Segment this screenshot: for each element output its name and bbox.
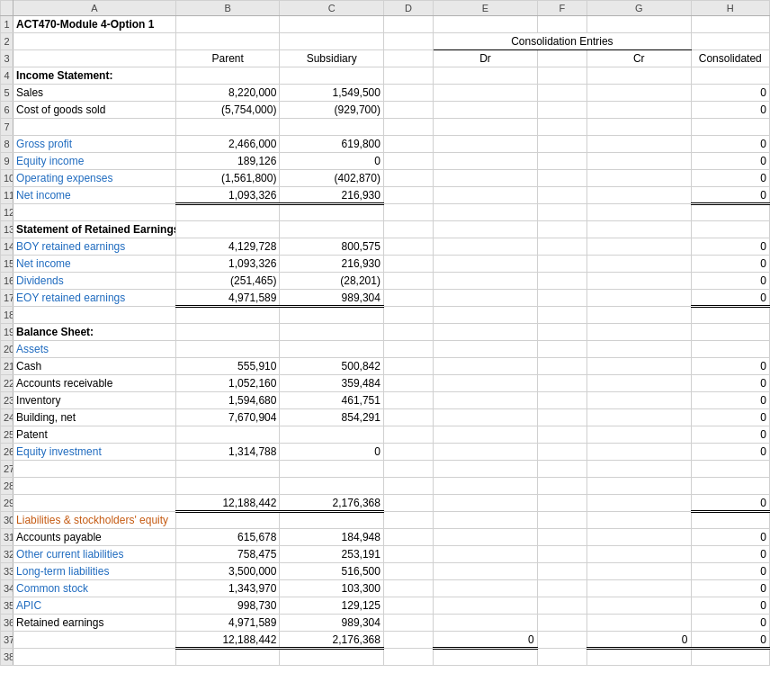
cell-d21 <box>383 358 433 375</box>
row-num-7: 7 <box>1 119 13 136</box>
cell-f9 <box>537 153 586 170</box>
cell-b24: 7,670,904 <box>175 409 280 426</box>
row-10: 10 Operating expenses (1,561,800) (402,8… <box>1 170 770 187</box>
row-8: 8 Gross profit 2,466,000 619,800 0 <box>1 136 770 153</box>
cell-g11 <box>587 187 692 204</box>
row-num-31: 31 <box>1 529 13 546</box>
cell-c29: 2,176,368 <box>280 495 384 512</box>
cell-b22: 1,052,160 <box>175 375 280 392</box>
cell-b9: 189,126 <box>175 153 280 170</box>
cell-g26 <box>587 444 692 461</box>
cell-f16 <box>537 273 586 290</box>
row-num-24: 24 <box>1 409 13 426</box>
cell-h7 <box>691 119 769 136</box>
cell-e21 <box>434 358 538 375</box>
row-num-37: 37 <box>1 632 13 649</box>
cell-b25 <box>175 426 280 444</box>
cell-g7 <box>587 119 692 136</box>
col-c-header: C <box>280 1 384 16</box>
cell-f19 <box>537 324 586 341</box>
cell-d1 <box>383 16 433 33</box>
row-num-10: 10 <box>1 170 13 187</box>
cell-e30 <box>434 512 538 529</box>
cell-f7 <box>537 119 586 136</box>
cell-g17 <box>587 290 692 307</box>
cell-g36 <box>587 615 692 632</box>
cell-h38 <box>691 649 769 666</box>
cell-g1 <box>587 16 692 33</box>
cell-c17: 989,304 <box>280 290 384 307</box>
cell-d35 <box>383 597 433 615</box>
cell-h20 <box>691 341 769 358</box>
cell-d17 <box>383 290 433 307</box>
cell-h35: 0 <box>691 597 769 615</box>
cell-d14 <box>383 238 433 256</box>
cell-d16 <box>383 273 433 290</box>
row-num-26: 26 <box>1 444 13 461</box>
cell-a29 <box>13 495 176 512</box>
cell-h25: 0 <box>691 426 769 444</box>
cell-h17: 0 <box>691 290 769 307</box>
cell-e35 <box>434 597 538 615</box>
cell-f26 <box>537 444 586 461</box>
cell-g37: 0 <box>587 632 692 649</box>
cell-f34 <box>537 580 586 597</box>
row-num-4: 4 <box>1 67 13 85</box>
row-31: 31 Accounts payable 615,678 184,948 0 <box>1 529 770 546</box>
row-15: 15 Net income 1,093,326 216,930 0 <box>1 256 770 273</box>
cell-e37: 0 <box>434 632 538 649</box>
cell-c25 <box>280 426 384 444</box>
cell-c8: 619,800 <box>280 136 384 153</box>
cell-c33: 516,500 <box>280 563 384 580</box>
cell-c18 <box>280 307 384 324</box>
cell-b33: 3,500,000 <box>175 563 280 580</box>
cell-e5 <box>434 85 538 102</box>
row-6: 6 Cost of goods sold (5,754,000) (929,70… <box>1 102 770 119</box>
cell-e34 <box>434 580 538 597</box>
cell-g28 <box>587 478 692 495</box>
cell-a8: Gross profit <box>13 136 176 153</box>
row-18: 18 <box>1 307 770 324</box>
cell-c22: 359,484 <box>280 375 384 392</box>
cell-a25: Patent <box>13 426 176 444</box>
cell-g31 <box>587 529 692 546</box>
cell-d9 <box>383 153 433 170</box>
cell-h12 <box>691 204 769 221</box>
cell-g9 <box>587 153 692 170</box>
col-h-header: H <box>691 1 769 16</box>
cell-a12 <box>13 204 176 221</box>
row-5: 5 Sales 8,220,000 1,549,500 0 <box>1 85 770 102</box>
row-1: 1 ACT470-Module 4-Option 1 <box>1 16 770 33</box>
cell-d8 <box>383 136 433 153</box>
cell-h27 <box>691 461 769 478</box>
cell-a5: Sales <box>13 85 176 102</box>
cell-g3: Cr <box>587 50 692 67</box>
cell-e8 <box>434 136 538 153</box>
row-num-20: 20 <box>1 341 13 358</box>
cell-e6 <box>434 102 538 119</box>
cell-f28 <box>537 478 586 495</box>
row-num-6: 6 <box>1 102 13 119</box>
cell-a26: Equity investment <box>13 444 176 461</box>
cell-d3 <box>383 50 433 67</box>
cell-b32: 758,475 <box>175 546 280 563</box>
cell-e16 <box>434 273 538 290</box>
cell-c14: 800,575 <box>280 238 384 256</box>
row-32: 32 Other current liabilities 758,475 253… <box>1 546 770 563</box>
cell-f12 <box>537 204 586 221</box>
cell-h8: 0 <box>691 136 769 153</box>
cell-h37: 0 <box>691 632 769 649</box>
cell-c5: 1,549,500 <box>280 85 384 102</box>
cell-c11: 216,930 <box>280 187 384 204</box>
cell-b11: 1,093,326 <box>175 187 280 204</box>
cell-a17: EOY retained earnings <box>13 290 176 307</box>
cell-c28 <box>280 478 384 495</box>
cell-e19 <box>434 324 538 341</box>
row-19: 19 Balance Sheet: <box>1 324 770 341</box>
cell-d4 <box>383 67 433 85</box>
cell-e10 <box>434 170 538 187</box>
cell-a21: Cash <box>13 358 176 375</box>
col-e-header: E <box>434 1 538 16</box>
cell-c16: (28,201) <box>280 273 384 290</box>
cell-a13: Statement of Retained Earnings: <box>13 221 176 238</box>
